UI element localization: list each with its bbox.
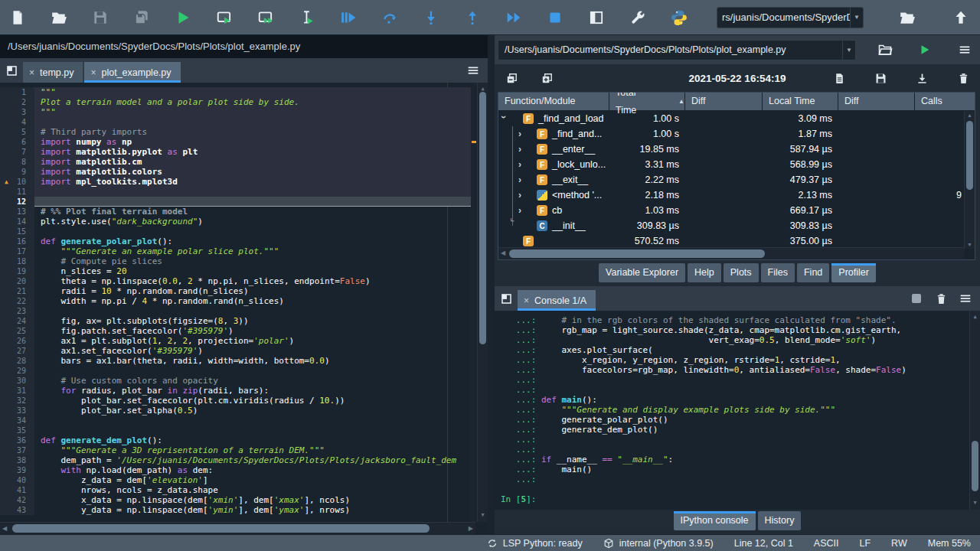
profiler-file-combo[interactable]: /Users/juanis/Documents/SpyderDocs/Plots…	[498, 40, 856, 60]
run-file-icon[interactable]	[175, 9, 191, 26]
select-file-folder-icon[interactable]	[876, 41, 894, 59]
scroll-up-icon[interactable]: ▲	[970, 312, 980, 322]
browse-directory-icon[interactable]	[899, 9, 916, 26]
code-line[interactable]: 17 """Generate an example polar slice pl…	[0, 246, 471, 256]
code-line[interactable]: 27 ax1.set_facecolor('#395979')	[0, 346, 471, 356]
code-line[interactable]: 33 plot_bar.set_alpha(0.5)	[0, 406, 471, 416]
code-line[interactable]: 24 fig, ax= plt.subplots(figsize=(8, 3))	[0, 316, 471, 326]
code-line[interactable]: 32 plot_bar.set_facecolor(plt.cm.viridis…	[0, 396, 471, 406]
step-into-icon[interactable]	[423, 9, 439, 26]
code-line[interactable]: 37 """Generate a 3D reprisentation of a …	[0, 445, 471, 455]
run-cell-advance-icon[interactable]	[257, 9, 274, 26]
code-line[interactable]: 26 ax1 = plt.subplot(1, 2, 2, projection…	[0, 336, 471, 346]
preferences-wrench-icon[interactable]	[629, 9, 646, 26]
chevron-right-icon[interactable]: ›	[518, 205, 521, 216]
code-line[interactable]: 7import matplotlib.pyplot as plt	[0, 147, 471, 157]
code-line[interactable]: 20 theta = np.linspace(0.0, 2 * np.pi, n…	[0, 276, 471, 286]
code-line[interactable]: 5# Third party imports	[0, 127, 471, 137]
code-line[interactable]: 41 nrows, ncols = z_data.shape	[0, 485, 471, 495]
save-icon[interactable]	[92, 9, 109, 26]
code-line[interactable]: 15	[0, 227, 471, 236]
save-all-icon[interactable]	[133, 9, 150, 26]
console-tab[interactable]: × Console 1/A	[518, 290, 596, 311]
code-line[interactable]: 12	[0, 197, 471, 207]
scroll-left-icon[interactable]: ◀	[2, 525, 7, 532]
table-row[interactable]: ›F_lock_unlo...3.31 ms568.99 µs	[498, 157, 975, 172]
code-line[interactable]: 39 with np.load(dem_path) as dem:	[0, 465, 471, 475]
chevron-right-icon[interactable]: ›	[518, 159, 521, 170]
code-line[interactable]: 13# %% Plot final terrain model	[0, 207, 471, 217]
close-icon[interactable]: ×	[524, 295, 529, 306]
tab-plots[interactable]: Plots	[724, 263, 759, 282]
code-line[interactable]: 43 y_data = np.linspace(dem['ymin'], dem…	[0, 505, 471, 515]
chevron-down-icon[interactable]: ›	[498, 116, 509, 119]
code-line[interactable]: 22 width = np.pi / 4 * np.random.rand(n_…	[0, 296, 471, 306]
chevron-right-icon[interactable]: ›	[518, 190, 521, 201]
new-window-icon[interactable]	[0, 58, 23, 83]
table-row[interactable]: ›F__enter__19.85 ms587.94 µs	[498, 142, 975, 157]
close-icon[interactable]: ×	[29, 67, 34, 78]
code-editor[interactable]: 1"""2Plot a terrain model and a polar pl…	[0, 83, 488, 522]
chevron-down-icon[interactable]: ▼	[850, 8, 863, 28]
code-line[interactable]: 25 fig.patch.set_facecolor('#395979')	[0, 326, 471, 336]
code-line[interactable]: 36def generate_dem_plot():	[0, 435, 471, 445]
new-file-icon[interactable]	[9, 9, 26, 26]
run-profiler-icon[interactable]	[916, 41, 934, 59]
profiler-vertical-scrollbar[interactable]: ▲ ▼	[964, 111, 975, 249]
tab-profiler[interactable]: Profiler	[831, 263, 876, 282]
code-line[interactable]: ▲10import mpl_toolkits.mplot3d	[0, 177, 471, 187]
tab-ipython-console[interactable]: IPython console	[674, 511, 756, 530]
table-row[interactable]: ›Fcb1.03 ms669.17 µs	[498, 203, 975, 218]
maximize-pane-icon[interactable]	[588, 9, 605, 26]
code-line[interactable]: 28 bars = ax1.bar(theta, radii, width=wi…	[0, 356, 471, 366]
open-file-icon[interactable]	[51, 9, 67, 26]
code-line[interactable]: 29	[0, 366, 471, 376]
console-vertical-scrollbar[interactable]: ▲ ▼	[969, 311, 980, 510]
code-line[interactable]: 9import matplotlib.colors	[0, 167, 471, 177]
code-line[interactable]: 1"""	[0, 87, 471, 97]
table-row[interactable]: ›F_find_and...1.00 s1.87 ms	[498, 126, 975, 142]
code-line[interactable]: 35	[0, 425, 471, 435]
table-row[interactable]: ›<method '...2.18 ms2.13 ms9	[498, 187, 975, 203]
tab-help[interactable]: Help	[688, 263, 721, 282]
scroll-down-icon[interactable]: ▼	[970, 498, 980, 508]
scroll-up-icon[interactable]: ▲	[965, 112, 975, 118]
python-logo-icon[interactable]	[671, 9, 688, 26]
interrupt-kernel-icon[interactable]	[906, 289, 926, 308]
console-options-menu-icon[interactable]	[956, 289, 975, 308]
debug-file-icon[interactable]	[340, 9, 357, 26]
warning-flag[interactable]	[472, 141, 476, 143]
chevron-right-icon[interactable]: ›	[518, 174, 521, 185]
chevron-down-icon[interactable]: ▼	[842, 41, 855, 60]
new-window-icon[interactable]	[495, 286, 518, 311]
code-line[interactable]: 18 # Compute pie slices	[0, 256, 471, 266]
code-line[interactable]: 34	[0, 416, 471, 425]
tab-history[interactable]: History	[758, 511, 802, 530]
table-row[interactable]: ›F__exit__2.22 ms479.37 µs	[498, 172, 975, 187]
chevron-right-icon[interactable]: ›	[518, 144, 521, 155]
code-line[interactable]: 16def generate_polar_plot():	[0, 236, 471, 246]
code-line[interactable]: 21 radii = 10 * np.random.rand(n_slices)	[0, 286, 471, 296]
table-row[interactable]: ›F_find_and_load1.00 s3.09 ms	[498, 111, 975, 126]
scroll-down-icon[interactable]: ▼	[965, 242, 975, 247]
run-cell-icon[interactable]	[216, 9, 233, 26]
code-line[interactable]: 30 # Use custom colors and opacity	[0, 376, 471, 386]
editor-horizontal-scrollbar[interactable]: ◀ ▶	[0, 522, 475, 534]
close-icon[interactable]: ×	[90, 67, 96, 78]
tab-find[interactable]: Find	[797, 263, 829, 282]
scroll-left-icon[interactable]: ◀	[501, 249, 505, 256]
scroll-right-icon[interactable]: ▶	[469, 525, 473, 532]
console-trash-icon[interactable]	[931, 289, 951, 308]
code-line[interactable]: 19 n_slices = 20	[0, 266, 471, 276]
code-line[interactable]: 14plt.style.use("dark_background")	[0, 217, 471, 227]
chevron-right-icon[interactable]: ›	[518, 129, 521, 139]
editor-options-menu-icon[interactable]	[463, 60, 483, 80]
editor-tab[interactable]: ×plot_example.py	[84, 62, 180, 83]
continue-icon[interactable]	[505, 9, 522, 26]
profiler-horizontal-scrollbar[interactable]: ◀	[498, 247, 964, 259]
scroll-down-icon[interactable]: ▼	[478, 510, 488, 520]
console-body[interactable]: ...: # in the rgb colors of the shaded s…	[495, 311, 980, 510]
code-line[interactable]: 3"""	[0, 107, 471, 117]
editor-vertical-scrollbar[interactable]: ▲ ▼	[477, 83, 488, 522]
code-line[interactable]: 42 x_data = np.linspace(dem['xmin'], dem…	[0, 495, 471, 505]
